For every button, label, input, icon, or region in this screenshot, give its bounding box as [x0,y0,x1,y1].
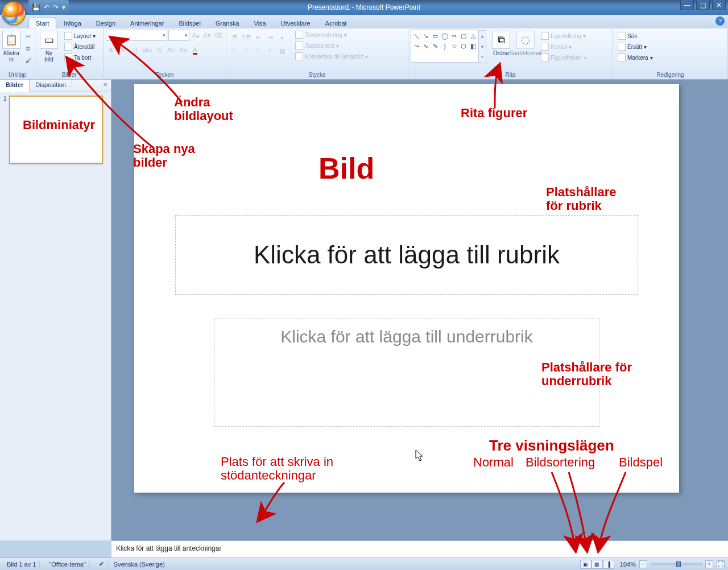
shape-effects-button[interactable]: Figureffekter ▾ [539,52,589,63]
copy-button[interactable]: ⧉ [22,43,34,54]
shape-hex-icon[interactable]: ⬡ [460,42,468,51]
tab-granska[interactable]: Granska [208,18,247,28]
shape-outline-button[interactable]: Kontur ▾ [539,42,589,52]
paste-button[interactable]: 📋 Klistra in [2,30,20,63]
text-direction-button[interactable]: Textorientering ▾ [293,30,370,40]
qat-more-icon[interactable]: ▾ [62,3,65,11]
shadow-button[interactable]: S [154,44,165,56]
linespacing-button[interactable]: ≡ [276,31,288,43]
zoom-out-button[interactable]: − [639,560,647,568]
align-center-button[interactable]: ≡ [241,45,252,56]
replace-button[interactable]: Ersätt ▾ [615,42,655,52]
cut-button[interactable]: ✂ [22,31,34,42]
thumbnail-item[interactable]: 1 [3,96,107,164]
align-right-button[interactable]: ≡ [253,45,264,56]
shape-conn-icon[interactable]: ⤳ [412,42,421,51]
bullets-button[interactable]: ≣ [229,31,240,43]
underline-button[interactable]: U [130,44,141,56]
shape-rect-icon[interactable]: ▭ [431,31,440,40]
tab-visa[interactable]: Visa [247,18,274,28]
shape-arrow-icon[interactable]: ↘ [422,31,431,40]
title-placeholder[interactable]: Klicka för att lägga till rubrik [175,215,638,295]
font-name-combo[interactable] [106,30,167,41]
notes-pane[interactable]: Klicka för att lägga till anteckningar [111,540,728,557]
status-language[interactable]: Svenska (Sverige) [114,561,165,568]
bold-button[interactable]: F [106,44,117,56]
shape-curve-icon[interactable]: ∿ [422,42,431,51]
smartart-label: Konvertera till SmartArt [305,53,363,60]
format-painter-button[interactable]: 🖌 [22,55,34,66]
font-color-button[interactable]: A [189,44,201,56]
tab-utvecklare[interactable]: Utvecklare [274,18,318,28]
spacing-button[interactable]: AV [166,44,177,56]
zoom-slider[interactable] [651,563,702,565]
zoom-fit-button[interactable]: ⛶ [717,560,725,568]
numbering-button[interactable]: 1≣ [241,31,252,43]
clear-format-button[interactable]: ⌫ [213,30,224,41]
outdent-button[interactable]: ⇤ [253,31,264,43]
zoom-thumb[interactable] [676,561,681,567]
shape-arrowr-icon[interactable]: ⇨ [450,31,458,40]
help-icon[interactable]: ? [715,16,725,26]
delete-slide-button[interactable]: Ta bort [62,52,98,63]
shape-callout-icon[interactable]: ◧ [469,42,477,51]
subtitle-placeholder[interactable]: Klicka för att lägga till underrubrik [214,319,599,427]
strike-button[interactable]: abc [142,44,153,56]
status-spellcheck-icon[interactable]: ✔ [96,560,108,568]
reset-button[interactable]: Återställ [62,42,98,52]
case-button[interactable]: Aa [177,44,189,56]
zoom-value[interactable]: 104% [620,561,636,568]
shapes-scroll-down[interactable]: ▾ [479,42,486,52]
tab-infoga[interactable]: Infoga [56,18,89,28]
quickstyles-button[interactable]: ◌ Snabbformat [514,30,537,56]
justify-button[interactable]: ≡ [264,45,276,56]
indent-button[interactable]: ⇥ [264,31,276,43]
side-close-icon[interactable]: ✕ [100,80,111,92]
align-text-button[interactable]: Justera text ▾ [293,40,370,51]
tab-design[interactable]: Design [89,18,123,28]
qat-redo-icon[interactable]: ↷ [53,3,59,11]
side-tab-slides[interactable]: Bilder [0,80,30,92]
shape-line-icon[interactable]: ＼ [412,31,421,40]
shrink-font-button[interactable]: A▾ [202,30,212,41]
tab-animeringar[interactable]: Animeringar [123,18,171,28]
side-tab-outline[interactable]: Disposition [30,80,72,92]
shape-free-icon[interactable]: ✎ [431,42,440,51]
maximize-button[interactable]: ▢ [696,0,710,10]
shapes-scroll-up[interactable]: ▴ [479,31,486,42]
columns-button[interactable]: ▥ [276,45,288,56]
close-button[interactable]: ✕ [712,0,726,10]
italic-button[interactable]: K [118,44,129,56]
group-font: A▴ A▾ ⌫ F K U abc S AV Aa A Tecken [104,28,226,79]
shapes-gallery[interactable]: ＼ ↘ ▭ ◯ ⇨ ▢ △ ⤳ ∿ ✎ } ☆ ⬡ ◧ ▴ ▾ [411,30,479,63]
shape-tri-icon[interactable]: △ [469,31,477,40]
qat-undo-icon[interactable]: ↶ [44,3,49,11]
shape-star-icon[interactable]: ☆ [450,42,458,51]
grow-font-button[interactable]: A▴ [191,30,201,41]
shape-brace-icon[interactable]: } [441,42,449,51]
smartart-button[interactable]: Konvertera till SmartArt ▾ [293,51,370,61]
shape-fill-button[interactable]: Figurfyllning ▾ [539,31,589,41]
find-button[interactable]: Sök [615,31,655,41]
tab-acrobat[interactable]: Acrobat [318,18,354,28]
tab-start[interactable]: Start [28,18,56,28]
qat-save-icon[interactable]: 💾 [32,3,40,11]
thumbnail-preview[interactable] [9,96,103,164]
view-slideshow-button[interactable]: ▐ [603,560,614,569]
view-sorter-button[interactable]: ▦ [592,560,603,569]
select-button[interactable]: Markera ▾ [615,52,655,63]
view-normal-button[interactable]: ▣ [580,560,592,569]
shape-roundrect-icon[interactable]: ▢ [460,31,468,40]
layout-button[interactable]: Layout ▾ [62,31,98,41]
zoom-in-button[interactable]: + [705,560,713,568]
office-button[interactable] [2,1,26,25]
minimize-button[interactable]: — [680,0,694,10]
tab-bildspel[interactable]: Bildspel [171,18,208,28]
slide-canvas[interactable]: Klicka för att lägga till rubrik Klicka … [134,84,679,493]
statusbar: Bild 1 av 1 "Office-tema" ✔ Svenska (Sve… [0,557,728,570]
shape-oval-icon[interactable]: ◯ [441,31,449,40]
new-slide-button[interactable]: ▭ Ny bild [38,30,60,63]
font-size-combo[interactable] [168,30,190,41]
shapes-expand[interactable]: ▿ [479,52,486,63]
align-left-button[interactable]: ≡ [229,45,240,56]
